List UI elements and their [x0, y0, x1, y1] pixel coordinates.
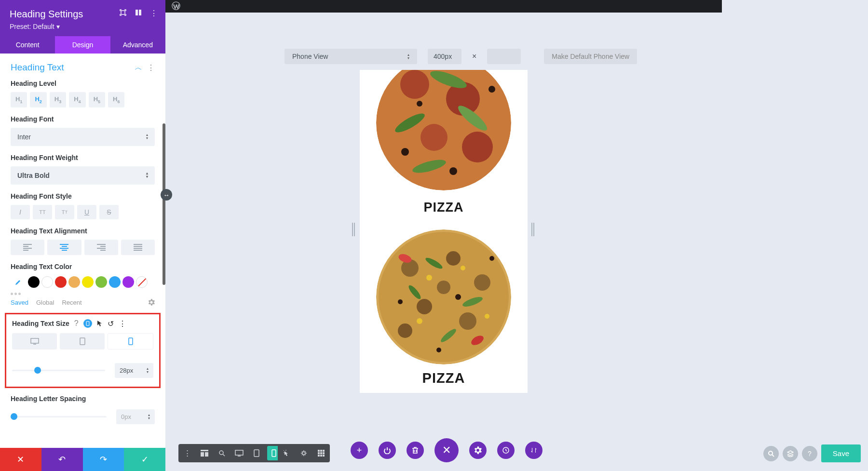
- heading-size-field: Heading Text Size ? ↺ ⋮: [5, 313, 161, 388]
- text-size-slider[interactable]: [12, 370, 105, 371]
- text-size-input[interactable]: 28px: [115, 363, 153, 378]
- color-none[interactable]: [136, 276, 148, 288]
- letter-spacing-input[interactable]: 0px: [116, 409, 155, 424]
- weight-select[interactable]: Ultra Bold: [11, 166, 155, 185]
- help-icon[interactable]: ?: [802, 446, 817, 461]
- color-red[interactable]: [55, 276, 67, 288]
- align-right-button[interactable]: [84, 240, 118, 255]
- check-button[interactable]: ✓: [124, 448, 165, 471]
- sort-icon: [146, 172, 148, 178]
- svg-point-40: [398, 299, 403, 304]
- resize-handle-right[interactable]: [531, 223, 536, 236]
- tablet-tab[interactable]: [60, 333, 105, 350]
- color-green[interactable]: [95, 276, 107, 288]
- uppercase-button[interactable]: TT: [33, 205, 52, 219]
- reset-icon[interactable]: ↺: [108, 319, 114, 328]
- tab-content[interactable]: Content: [0, 36, 55, 54]
- stepper-icon[interactable]: [147, 367, 149, 374]
- trash-icon[interactable]: [407, 442, 424, 459]
- menu-icon[interactable]: ⋮: [180, 446, 194, 460]
- letter-spacing-slider[interactable]: [11, 416, 107, 417]
- align-center-button[interactable]: [47, 240, 81, 255]
- grid-view-icon[interactable]: [314, 446, 328, 460]
- h2-button[interactable]: H2: [30, 92, 46, 108]
- h1-button[interactable]: H1: [11, 92, 27, 108]
- svg-point-31: [437, 281, 450, 294]
- h4-button[interactable]: H4: [69, 92, 85, 108]
- gear-icon[interactable]: [469, 442, 487, 459]
- color-tab-global[interactable]: Global: [36, 299, 54, 306]
- color-purple[interactable]: [122, 276, 134, 288]
- grid-icon[interactable]: [135, 9, 142, 18]
- responsive-icon[interactable]: [83, 319, 92, 328]
- color-black[interactable]: [28, 276, 40, 288]
- make-default-button[interactable]: Make Default Phone View: [544, 49, 637, 64]
- color-orange[interactable]: [68, 276, 80, 288]
- svg-point-49: [219, 451, 223, 455]
- desktop-icon[interactable]: [232, 446, 246, 460]
- undo-button[interactable]: ↶: [41, 448, 83, 471]
- color-tab-recent[interactable]: Recent: [62, 299, 81, 306]
- tab-design[interactable]: Design: [55, 36, 110, 54]
- align-justify-button[interactable]: [121, 240, 155, 255]
- help-icon[interactable]: ?: [74, 319, 79, 328]
- redo-button[interactable]: ↷: [83, 448, 124, 471]
- h6-button[interactable]: H6: [108, 92, 124, 108]
- close-button[interactable]: ✕: [0, 448, 41, 471]
- scrollbar[interactable]: [163, 123, 165, 285]
- zoom-icon[interactable]: [215, 446, 229, 460]
- power-icon[interactable]: [379, 442, 396, 459]
- color-yellow[interactable]: [82, 276, 94, 288]
- view-mode-select[interactable]: Phone View: [285, 49, 417, 64]
- svg-point-53: [302, 452, 305, 455]
- eyedropper-icon[interactable]: [11, 275, 24, 289]
- stepper-icon[interactable]: [148, 414, 150, 420]
- close-button[interactable]: ✕: [434, 438, 459, 462]
- hover-icon[interactable]: [97, 320, 103, 327]
- svg-rect-57: [318, 452, 320, 454]
- sort-icon[interactable]: [525, 442, 542, 459]
- clock-icon[interactable]: [497, 442, 515, 459]
- svg-rect-58: [320, 452, 322, 454]
- color-tab-saved[interactable]: Saved: [11, 299, 28, 306]
- menu-vertical-icon[interactable]: ⋮: [147, 63, 155, 72]
- width-input[interactable]: [428, 49, 461, 64]
- smallcaps-button[interactable]: TT: [55, 205, 74, 219]
- preset-selector[interactable]: Preset: Default ▾: [10, 23, 156, 30]
- desktop-tab[interactable]: [12, 333, 57, 350]
- height-input[interactable]: [487, 49, 521, 64]
- resize-handle-left[interactable]: [352, 223, 357, 236]
- h3-button[interactable]: H3: [50, 92, 66, 108]
- gear-icon[interactable]: [148, 299, 155, 306]
- align-left-button[interactable]: [11, 240, 44, 255]
- color-white[interactable]: [41, 276, 53, 288]
- wordpress-logo-icon[interactable]: [172, 1, 180, 10]
- pizza-image-1: [376, 70, 511, 190]
- tablet-icon[interactable]: [250, 446, 263, 460]
- expand-icon[interactable]: [119, 9, 127, 18]
- svg-rect-61: [320, 455, 322, 457]
- font-select[interactable]: Inter: [11, 128, 155, 146]
- add-button[interactable]: +: [351, 442, 368, 459]
- phone-tab[interactable]: [108, 333, 153, 350]
- underline-button[interactable]: U: [77, 205, 96, 219]
- sidebar-footer: ✕ ↶ ↷ ✓: [0, 448, 165, 471]
- click-icon[interactable]: [280, 446, 293, 460]
- color-blue[interactable]: [109, 276, 121, 288]
- save-button[interactable]: Save: [821, 444, 861, 462]
- tab-advanced[interactable]: Advanced: [110, 36, 165, 54]
- svg-point-21: [417, 101, 422, 107]
- h5-button[interactable]: H5: [89, 92, 105, 108]
- brightness-icon[interactable]: [297, 446, 311, 460]
- layers-icon[interactable]: [783, 446, 798, 461]
- search-icon[interactable]: [763, 446, 779, 461]
- chevron-up-icon[interactable]: ︿: [135, 63, 142, 73]
- wireframe-icon[interactable]: [198, 446, 211, 460]
- menu-vertical-icon[interactable]: ⋮: [119, 319, 126, 328]
- svg-point-30: [398, 323, 412, 338]
- italic-button[interactable]: I: [11, 205, 30, 219]
- section-heading-text[interactable]: Heading Text ︿ ⋮: [0, 54, 165, 80]
- collapse-sidebar-button[interactable]: ↔: [161, 189, 172, 201]
- menu-vertical-icon[interactable]: ⋮: [150, 9, 158, 18]
- strikethrough-button[interactable]: S: [99, 205, 119, 219]
